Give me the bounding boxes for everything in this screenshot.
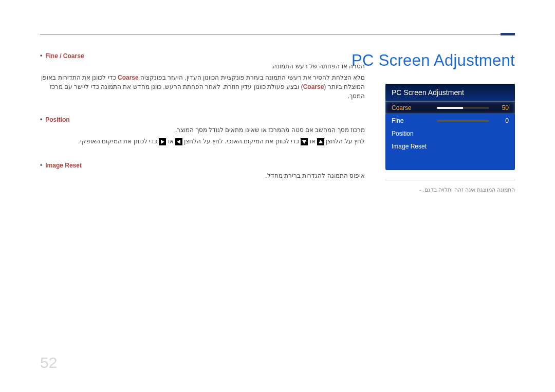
fine-coarse-p1: הסרה או הפחתה של רעש התמונה. [40, 62, 365, 71]
osd-row-coarse[interactable]: Coarse 50 [385, 101, 515, 114]
position-p2: לחץ על הלחצן או כדי לכוונן את המיקום האנ… [40, 137, 365, 146]
image-reset-p1: איפוס התמונה להגדרות ברירת מחדל. [40, 171, 365, 180]
down-arrow-icon [301, 137, 308, 146]
osd-title: PC Screen Adjustment [385, 84, 515, 101]
osd-label-fine: Fine [392, 117, 437, 124]
up-arrow-icon [317, 137, 324, 146]
position-p1: מרכוז מסך המחשב אם סטה מהמרכז או שאינו מ… [40, 125, 365, 135]
footnote-dash: - [419, 186, 421, 193]
osd-row-fine[interactable]: Fine 0 [385, 114, 515, 127]
left-arrow-icon [175, 137, 182, 146]
osd-row-position[interactable]: Position [385, 127, 515, 140]
page-title: PC Screen Adjustment [351, 51, 515, 70]
osd-label-image-reset: Image Reset [392, 143, 509, 150]
osd-footnote-text: התמונה המוצגת אינה זהה ותלויה בדגם. [423, 186, 515, 193]
bullet-icon: • [40, 161, 42, 170]
pos-p2-b: או [308, 138, 317, 145]
page-number: 52 [40, 354, 57, 371]
top-accent [501, 33, 515, 35]
heading-row-position: Position • [40, 115, 365, 125]
heading-image-reset: Image Reset [45, 161, 82, 170]
osd-label-coarse: Coarse [392, 104, 437, 111]
osd-footnote: התמונה המוצגת אינה זהה ותלויה בדגם. - [385, 180, 515, 193]
osd-slider-fine[interactable] [437, 120, 489, 122]
pos-p2-c: כדי לכוונן את המיקום האנכי. לחץ על הלחצן [182, 138, 301, 145]
osd-slider-fill-coarse [437, 107, 463, 109]
fc-p2-a: םלא הצלחת להסיר את רעשי התמונה בעזרת פונ… [139, 74, 365, 81]
coarse-emph-1: Coarse [118, 74, 139, 81]
osd-value-fine: 0 [493, 117, 509, 124]
heading-row-fine-coarse: Fine / Coarse • [40, 51, 365, 62]
page: PC Screen Adjustment PC Screen Adjustmen… [0, 0, 555, 392]
bullet-icon: • [40, 115, 42, 124]
osd-slider-coarse[interactable] [437, 107, 489, 109]
heading-position: Position [45, 115, 69, 124]
fine-coarse-p2: םלא הצלחת להסיר את רעשי התמונה בעזרת פונ… [40, 73, 365, 101]
top-rule [40, 34, 515, 34]
text-column: Fine / Coarse • הסרה או הפחתה של רעש התמ… [40, 51, 365, 182]
pos-p2-e: כדי לכוונן את המיקום האופקי. [78, 138, 159, 145]
osd-value-coarse: 50 [493, 104, 509, 111]
heading-row-image-reset: Image Reset • [40, 161, 365, 171]
osd-row-image-reset[interactable]: Image Reset [385, 140, 515, 153]
right-arrow-icon [159, 137, 166, 146]
bullet-icon: • [40, 51, 42, 61]
coarse-emph-2: Coarse [303, 83, 324, 90]
osd-panel: PC Screen Adjustment Coarse 50 Fine 0 Po… [385, 84, 515, 170]
osd-label-position: Position [392, 130, 509, 137]
pos-p2-a: לחץ על הלחצן [324, 138, 365, 145]
pos-p2-d: או [166, 138, 175, 145]
heading-fine-coarse: Fine / Coarse [45, 51, 84, 61]
